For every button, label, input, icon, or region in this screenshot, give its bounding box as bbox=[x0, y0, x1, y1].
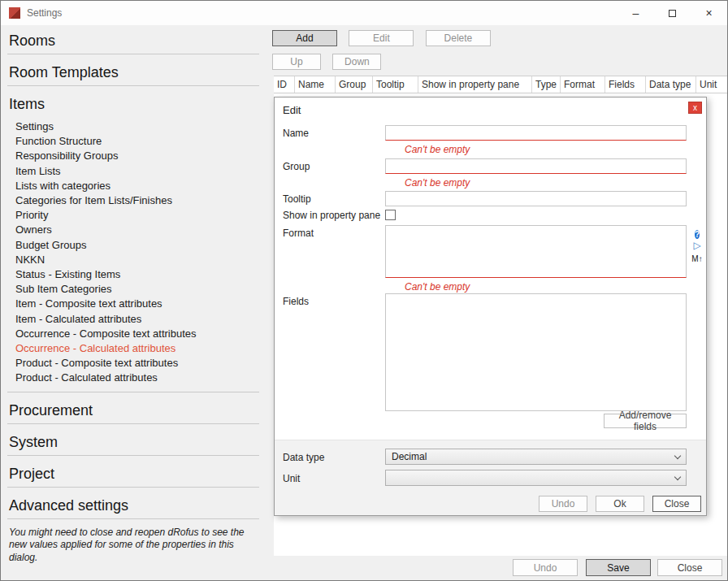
sidebar-item-sub-item-categories[interactable]: Sub Item Categories bbox=[15, 282, 259, 297]
sidebar-section-rooms[interactable]: Rooms bbox=[7, 25, 259, 54]
column-header-data-type: Data type bbox=[646, 76, 696, 93]
minimize-button[interactable]: – bbox=[618, 1, 654, 25]
column-header-group: Group bbox=[336, 76, 373, 93]
up-button[interactable]: Up bbox=[272, 54, 321, 70]
items-subsection-list: Settings Function Structure Responsibili… bbox=[7, 117, 259, 392]
sidebar-item-function-structure[interactable]: Function Structure bbox=[15, 134, 259, 149]
window-titlebar[interactable]: Settings – × bbox=[1, 1, 727, 25]
unit-dropdown[interactable] bbox=[385, 470, 687, 486]
column-header-id: ID bbox=[274, 76, 295, 93]
window-title: Settings bbox=[27, 7, 62, 19]
dialog-ok-button[interactable]: Ok bbox=[596, 496, 644, 512]
fields-label: Fields bbox=[283, 296, 309, 307]
data-type-selected-value: Decimal bbox=[392, 451, 427, 462]
tooltip-field[interactable] bbox=[385, 191, 687, 206]
name-validation-message: Can't be empty bbox=[405, 144, 470, 155]
dialog-close-button-bottom[interactable]: Close bbox=[652, 496, 701, 512]
sidebar-item-budget-groups[interactable]: Budget Groups bbox=[15, 238, 259, 253]
tooltip-label: Tooltip bbox=[283, 193, 311, 205]
toolbar-row-2: Up Down bbox=[272, 54, 381, 70]
table-header-row: ID Name Group Tooltip Show in property p… bbox=[274, 76, 727, 93]
dialog-close-button[interactable]: x bbox=[688, 102, 702, 114]
sidebar-item-categories-for-item-lists[interactable]: Categories for Item Lists/Finishes bbox=[15, 193, 259, 208]
sidebar-item-status-existing-items[interactable]: Status - Existing Items bbox=[15, 267, 259, 282]
group-label: Group bbox=[283, 161, 310, 172]
chevron-down-icon bbox=[674, 473, 681, 479]
maximize-icon bbox=[669, 10, 676, 17]
content-pane: Add Edit Delete Up Down ID Name Group To… bbox=[267, 25, 727, 580]
sidebar-section-system[interactable]: System bbox=[7, 424, 259, 456]
override-icon[interactable]: M↑ bbox=[690, 255, 704, 263]
close-button[interactable]: × bbox=[691, 1, 727, 25]
show-in-property-pane-checkbox[interactable] bbox=[385, 210, 396, 220]
sidebar-item-item-composite-text-attributes[interactable]: Item - Composite text attributes bbox=[15, 297, 259, 311]
sidebar-item-owners[interactable]: Owners bbox=[15, 223, 259, 237]
sidebar-item-occurrence-calculated-attributes-selected[interactable]: Occurrence - Calculated attributes bbox=[15, 341, 259, 356]
add-button[interactable]: Add bbox=[272, 30, 337, 46]
sidebar-section-items[interactable]: Items bbox=[7, 86, 259, 117]
sidebar-item-responsibility-groups[interactable]: Responsibility Groups bbox=[15, 149, 259, 163]
sidebar-item-nkkn[interactable]: NKKN bbox=[15, 253, 259, 267]
chevron-down-icon bbox=[674, 452, 681, 458]
format-label: Format bbox=[283, 228, 314, 239]
footer-close-button[interactable]: Close bbox=[657, 559, 722, 576]
column-header-type: Type bbox=[532, 76, 561, 93]
show-in-property-pane-label: Show in property pane bbox=[283, 210, 380, 221]
settings-sidebar: Rooms Room Templates Items Settings Func… bbox=[1, 25, 267, 580]
sidebar-item-priority[interactable]: Priority bbox=[15, 208, 259, 223]
delete-button[interactable]: Delete bbox=[426, 30, 491, 46]
edit-dialog-titlebar[interactable]: Edit x bbox=[275, 98, 706, 119]
run-format-icon[interactable]: ▷ bbox=[690, 241, 704, 250]
unit-label: Unit bbox=[283, 473, 300, 484]
name-label: Name bbox=[283, 128, 309, 139]
toolbar-row-1: Add Edit Delete bbox=[272, 30, 491, 46]
group-field[interactable] bbox=[385, 158, 687, 174]
data-type-dropdown[interactable]: Decimal bbox=[385, 449, 687, 465]
format-validation-message: Can't be empty bbox=[405, 281, 470, 293]
sidebar-item-item-lists[interactable]: Item Lists bbox=[15, 164, 259, 179]
settings-window: Settings – × Rooms Room Templates Items … bbox=[0, 0, 728, 581]
group-validation-message: Can't be empty bbox=[405, 177, 470, 189]
footer-undo-button[interactable]: Undo bbox=[513, 559, 578, 576]
column-header-show-in-property-pane: Show in property pane bbox=[418, 76, 532, 93]
sidebar-section-room-templates[interactable]: Room Templates bbox=[7, 54, 259, 86]
format-field[interactable] bbox=[385, 225, 687, 278]
edit-dialog-title: Edit bbox=[283, 104, 301, 116]
edit-dialog: Edit x Name Can't be empty Group Can't b… bbox=[274, 97, 707, 516]
footer-save-button[interactable]: Save bbox=[586, 559, 651, 576]
name-field[interactable] bbox=[385, 125, 687, 141]
column-header-format: Format bbox=[561, 76, 605, 93]
add-remove-fields-button[interactable]: Add/remove fields bbox=[604, 414, 687, 428]
maximize-button[interactable] bbox=[654, 1, 691, 25]
sidebar-item-occurrence-composite-text-attributes[interactable]: Occurrence - Composite text attributes bbox=[15, 327, 259, 341]
sidebar-section-project[interactable]: Project bbox=[7, 456, 259, 488]
window-footer: Undo Save Close bbox=[274, 556, 727, 580]
sidebar-item-product-composite-text-attributes[interactable]: Product - Composite text attributes bbox=[15, 356, 259, 371]
sidebar-footnote: You might need to close and reopen dRofu… bbox=[9, 527, 258, 565]
data-type-label: Data type bbox=[283, 452, 324, 463]
column-header-unit: Unit bbox=[696, 76, 727, 93]
sidebar-item-settings[interactable]: Settings bbox=[15, 119, 259, 134]
column-header-fields: Fields bbox=[605, 76, 646, 93]
close-icon: × bbox=[705, 7, 712, 20]
sidebar-item-product-calculated-attributes[interactable]: Product - Calculated attributes bbox=[15, 371, 259, 385]
sidebar-section-advanced-settings[interactable]: Advanced settings bbox=[7, 488, 259, 519]
column-header-name: Name bbox=[295, 76, 336, 93]
app-icon bbox=[9, 7, 20, 19]
column-header-tooltip: Tooltip bbox=[373, 76, 418, 93]
dialog-button-row: Undo Ok Close bbox=[539, 496, 701, 512]
edit-button[interactable]: Edit bbox=[349, 30, 414, 46]
dialog-undo-button[interactable]: Undo bbox=[539, 496, 587, 512]
sidebar-item-item-calculated-attributes[interactable]: Item - Calculated attributes bbox=[15, 312, 259, 327]
sidebar-item-lists-with-categories[interactable]: Lists with categories bbox=[15, 179, 259, 193]
minimize-icon: – bbox=[633, 7, 639, 20]
sidebar-section-procurement[interactable]: Procurement bbox=[7, 392, 259, 424]
help-icon[interactable]: ? bbox=[690, 226, 704, 241]
down-button[interactable]: Down bbox=[332, 54, 381, 70]
fields-field[interactable] bbox=[385, 293, 687, 411]
